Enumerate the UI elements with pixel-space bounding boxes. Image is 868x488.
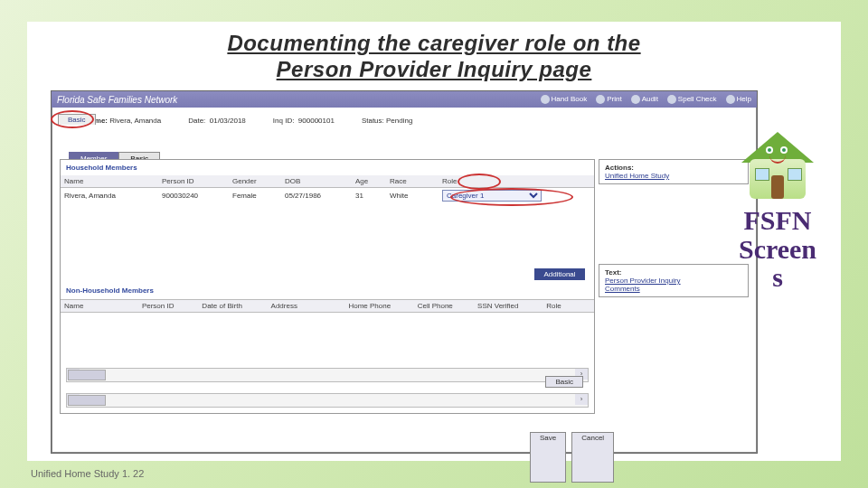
- col-race: Race: [386, 175, 439, 188]
- callout-oval-role-select: [450, 188, 573, 206]
- fsfn-widget: FSFN Screen s: [723, 123, 832, 292]
- slide-footer: Unified Home Study 1. 22: [31, 468, 144, 479]
- footer-buttons: Save Cancel: [530, 432, 857, 483]
- cell-name: Rivera, Amanda: [61, 188, 158, 204]
- family-name-value: Rivera, Amanda: [109, 117, 161, 125]
- col-person-id: Person ID: [158, 175, 229, 188]
- additional-button[interactable]: Additional: [534, 268, 585, 280]
- non-household-header: Name Person ID Date of Birth Address Hom…: [61, 299, 594, 313]
- col-dob: DOB: [281, 175, 352, 188]
- col-gender: Gender: [229, 175, 281, 188]
- date-value: 01/03/2018: [210, 117, 246, 125]
- cell-dob: 05/27/1986: [281, 188, 352, 204]
- nh-col-addr: Address: [268, 300, 345, 312]
- inq-id-value: 900000101: [298, 117, 335, 125]
- save-button[interactable]: Save: [530, 432, 566, 483]
- cell-age: 31: [352, 188, 386, 204]
- text-link-ppi[interactable]: Person Provider Inquiry: [605, 277, 742, 285]
- audit-icon: [631, 95, 640, 104]
- status-label: Status:: [362, 117, 384, 125]
- inq-id-label: Inq ID:: [273, 117, 295, 125]
- title-line-1: Documenting the caregiver role on the: [227, 31, 640, 55]
- fsfn-text-2: Screen: [723, 235, 832, 264]
- date-label: Date:: [188, 117, 205, 125]
- nh-col-hphone: Home Phone: [344, 300, 413, 312]
- scrollbar-thumb[interactable]: [68, 370, 106, 380]
- col-name: Name: [61, 175, 158, 188]
- app-toolbar: Hand Book Print Audit Spell Check Help: [541, 91, 751, 108]
- nh-scrollbar[interactable]: ‹ ›: [66, 393, 589, 408]
- nh-col-role: Role: [542, 300, 594, 312]
- table-header-row: Name Person ID Gender DOB Age Race Role: [61, 175, 594, 188]
- cell-pid: 900030240: [158, 188, 229, 204]
- nh-col-cphone: Cell Phone: [414, 300, 474, 312]
- nh-col-name: Name: [61, 300, 138, 312]
- cell-gender: Female: [229, 188, 281, 204]
- basic-button[interactable]: Basic: [545, 376, 583, 388]
- status-value: Pending: [386, 117, 412, 125]
- spellcheck-button[interactable]: Spell Check: [667, 95, 717, 104]
- handbook-icon: [541, 95, 550, 104]
- actions-heading: Actions:: [605, 164, 742, 172]
- non-household-members-label: Non-Household Members: [66, 286, 154, 295]
- house-icon: [737, 123, 818, 204]
- help-button[interactable]: Help: [726, 95, 751, 104]
- callout-oval-role-header: [458, 174, 501, 190]
- scrollbar-thumb[interactable]: [68, 395, 106, 406]
- handbook-button[interactable]: Hand Book: [541, 95, 588, 104]
- chevron-right-icon[interactable]: ›: [575, 394, 588, 405]
- app-header: Florida Safe Families Network Hand Book …: [52, 91, 757, 108]
- cancel-button[interactable]: Cancel: [571, 432, 614, 483]
- print-icon: [596, 95, 605, 104]
- fsfn-text-1: FSFN: [723, 206, 832, 235]
- household-members-label: Household Members: [61, 160, 594, 175]
- hh-scrollbar[interactable]: ‹ ›: [66, 368, 589, 382]
- callout-oval-basic-tab: [51, 110, 94, 128]
- fsfn-text-3: s: [723, 263, 832, 292]
- text-link-comments[interactable]: Comments: [605, 285, 742, 293]
- page-title: Documenting the caregiver role on the Pe…: [27, 31, 841, 83]
- title-line-2: Person Provider Inquiry page: [277, 57, 592, 81]
- actions-link-uhs[interactable]: Unified Home Study: [605, 172, 742, 180]
- text-heading: Text:: [605, 268, 742, 277]
- app-name: Florida Safe Families Network: [57, 95, 177, 105]
- record-info-bar: Family Name: Rivera, Amanda Date: 01/03/…: [52, 108, 757, 128]
- print-button[interactable]: Print: [596, 95, 621, 104]
- nh-col-ssn: SSN Verified: [474, 300, 542, 312]
- nh-col-pid: Person ID: [138, 300, 198, 312]
- audit-button[interactable]: Audit: [631, 95, 658, 104]
- nh-col-dob: Date of Birth: [198, 300, 267, 312]
- col-age: Age: [352, 175, 386, 188]
- help-icon: [726, 95, 735, 104]
- spellcheck-icon: [667, 95, 676, 104]
- cell-race: White: [386, 188, 439, 204]
